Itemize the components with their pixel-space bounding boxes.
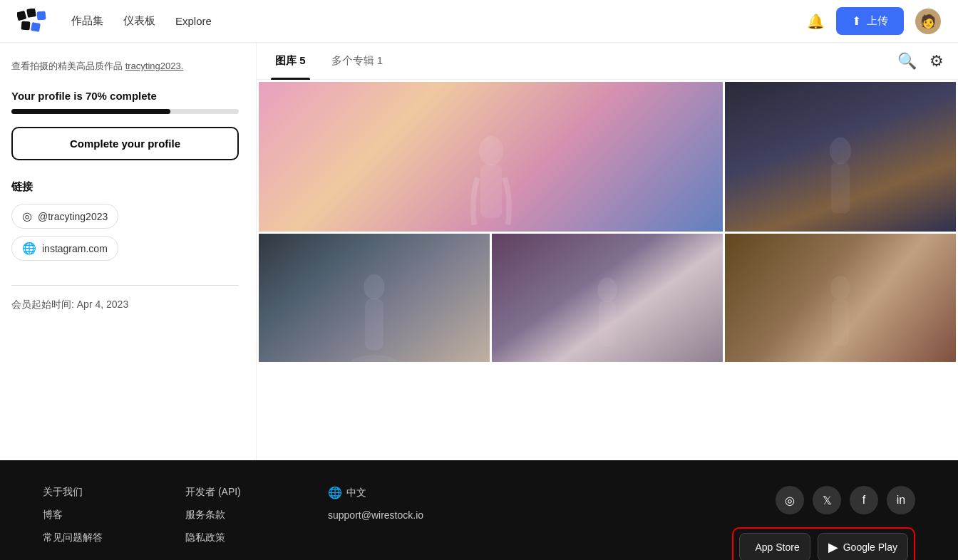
nav-portfolio[interactable]: 作品集 bbox=[71, 14, 103, 28]
image-cell-4[interactable] bbox=[492, 234, 723, 362]
facebook-social-button[interactable]: f bbox=[850, 486, 878, 514]
tagline-text: 查看拍摄的精美高品质作品 bbox=[11, 61, 123, 71]
svg-point-7 bbox=[830, 138, 851, 165]
main-layout: 查看拍摄的精美高品质作品 tracyting2023. Your profile… bbox=[0, 43, 958, 460]
avatar[interactable]: 🧑 bbox=[915, 9, 941, 34]
website-url: instagram.com bbox=[42, 243, 108, 254]
header-right: 🔔 ⬆ 上传 🧑 bbox=[807, 7, 941, 35]
filter-icon[interactable]: ⚙ bbox=[929, 52, 944, 71]
tab-albums[interactable]: 多个专辑 1 bbox=[327, 43, 388, 80]
upload-label: 上传 bbox=[867, 14, 888, 28]
tabs-right: 🔍 ⚙ bbox=[897, 52, 944, 71]
twitter-social-button[interactable]: 𝕏 bbox=[813, 486, 841, 514]
instagram-social-button[interactable]: ◎ bbox=[776, 486, 804, 514]
member-since: 会员起始时间: Apr 4, 2023 bbox=[11, 285, 239, 311]
svg-rect-2 bbox=[36, 11, 46, 20]
svg-rect-13 bbox=[599, 301, 616, 347]
svg-rect-1 bbox=[26, 9, 36, 18]
svg-rect-0 bbox=[17, 10, 26, 21]
footer-link-api[interactable]: 开发者 (API) bbox=[185, 486, 299, 499]
upload-arrow-icon: ⬆ bbox=[852, 14, 861, 28]
instagram-icon: ◎ bbox=[22, 209, 32, 223]
image-cell-5[interactable] bbox=[725, 234, 956, 362]
main-nav: 作品集 仪表板 Explore bbox=[71, 14, 212, 28]
footer-link-about[interactable]: 关于我们 bbox=[43, 486, 157, 499]
progress-bar-fill bbox=[11, 109, 170, 114]
svg-rect-4 bbox=[31, 22, 41, 32]
globe-icon: 🌐 bbox=[22, 242, 36, 255]
tagline-link[interactable]: tracyting2023. bbox=[125, 61, 184, 71]
google-play-label: Google Play bbox=[843, 541, 897, 553]
header: 作品集 仪表板 Explore 🔔 ⬆ 上传 🧑 bbox=[0, 0, 958, 43]
social-row: ◎ 𝕏 f in bbox=[776, 486, 915, 514]
svg-rect-15 bbox=[832, 300, 849, 346]
svg-point-14 bbox=[830, 276, 850, 300]
complete-profile-button[interactable]: Complete your profile bbox=[11, 127, 239, 160]
sidebar: 查看拍摄的精美高品质作品 tracyting2023. Your profile… bbox=[0, 43, 257, 460]
svg-point-12 bbox=[597, 278, 617, 302]
svg-rect-3 bbox=[21, 21, 30, 30]
instagram-handle: @tracyting2023 bbox=[38, 211, 108, 222]
google-play-icon: ▶ bbox=[828, 539, 838, 555]
svg-point-5 bbox=[478, 136, 503, 166]
app-store-label: App Store bbox=[755, 541, 799, 553]
globe-icon: 🌐 bbox=[328, 486, 342, 499]
tabs-bar: 图库 5 多个专辑 1 🔍 ⚙ bbox=[257, 43, 958, 80]
sidebar-links-section: 链接 ◎ @tracyting2023 🌐 instagram.com bbox=[11, 180, 239, 268]
footer-link-blog[interactable]: 博客 bbox=[43, 509, 157, 522]
image-grid bbox=[257, 80, 958, 364]
search-icon[interactable]: 🔍 bbox=[897, 52, 917, 71]
image-cell-3[interactable] bbox=[259, 234, 490, 362]
svg-point-9 bbox=[364, 274, 384, 300]
lang-label: 中文 bbox=[346, 487, 366, 499]
svg-rect-10 bbox=[365, 299, 383, 351]
notification-bell-icon[interactable]: 🔔 bbox=[807, 13, 825, 30]
app-store-button[interactable]: App Store bbox=[739, 533, 810, 560]
sidebar-links-title: 链接 bbox=[11, 180, 239, 194]
svg-rect-8 bbox=[831, 163, 850, 214]
footer-right: ◎ 𝕏 f in App Store ▶ Google Play bbox=[732, 486, 915, 560]
nav-explore[interactable]: Explore bbox=[175, 15, 212, 27]
profile-complete-label: Your profile is 70% complete bbox=[11, 90, 239, 102]
logo[interactable] bbox=[17, 9, 48, 34]
instagram-link-badge[interactable]: ◎ @tracyting2023 bbox=[11, 204, 118, 229]
website-link-badge[interactable]: 🌐 instagram.com bbox=[11, 236, 118, 261]
progress-bar-bg bbox=[11, 109, 239, 114]
linkedin-social-button[interactable]: in bbox=[887, 486, 915, 514]
upload-button[interactable]: ⬆ 上传 bbox=[836, 7, 904, 35]
google-play-button[interactable]: ▶ Google Play bbox=[818, 533, 908, 560]
main-content: 图库 5 多个专辑 1 🔍 ⚙ bbox=[257, 43, 958, 460]
footer: 关于我们 博客 常见问题解答 开发者 (API) 服务条款 隐私政策 🌐 中文 … bbox=[0, 460, 958, 560]
image-cell-1[interactable] bbox=[259, 82, 723, 232]
svg-point-11 bbox=[351, 355, 398, 362]
image-cell-2[interactable] bbox=[725, 82, 956, 232]
app-store-row: App Store ▶ Google Play bbox=[732, 527, 915, 560]
footer-col-2: 开发者 (API) 服务条款 隐私政策 bbox=[185, 486, 299, 560]
footer-link-privacy[interactable]: 隐私政策 bbox=[185, 532, 299, 544]
footer-link-terms[interactable]: 服务条款 bbox=[185, 509, 299, 522]
support-email[interactable]: support@wirestock.io bbox=[328, 509, 442, 521]
language-selector[interactable]: 🌐 中文 bbox=[328, 486, 442, 499]
footer-col-3: 🌐 中文 support@wirestock.io bbox=[328, 486, 442, 560]
sidebar-tagline: 查看拍摄的精美高品质作品 tracyting2023. bbox=[11, 60, 239, 73]
footer-link-faq[interactable]: 常见问题解答 bbox=[43, 532, 157, 544]
svg-rect-6 bbox=[480, 165, 501, 219]
tab-gallery[interactable]: 图库 5 bbox=[271, 43, 310, 80]
nav-dashboard[interactable]: 仪表板 bbox=[123, 14, 155, 28]
footer-col-1: 关于我们 博客 常见问题解答 bbox=[43, 486, 157, 560]
